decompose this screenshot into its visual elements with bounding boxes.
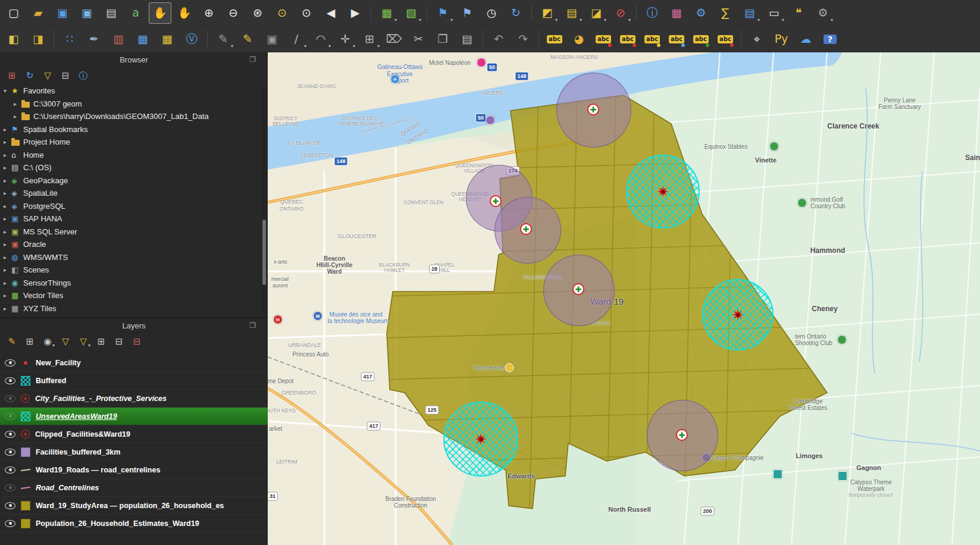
float-layers-panel-button[interactable]: ❐: [246, 321, 259, 330]
add-group[interactable]: ⊞: [21, 334, 38, 349]
expand-arrow-icon[interactable]: ▸: [4, 177, 11, 184]
new-vector-layer[interactable]: ∷: [58, 29, 81, 50]
browser-item-wms-wmts[interactable]: ▸◍WMS/WMTS: [0, 251, 268, 264]
options[interactable]: ⚙▾: [812, 2, 834, 24]
browser-item-c-os[interactable]: ▸▤C:\ (OS): [0, 161, 268, 174]
layer-item-unservedareasward19[interactable]: UnservedAreasWard19: [0, 408, 268, 425]
save-layer-edits[interactable]: ▣: [261, 29, 283, 50]
visibility-eye-icon[interactable]: [5, 431, 15, 438]
browser-scrollbar[interactable]: [262, 88, 267, 315]
undo[interactable]: ↶: [487, 29, 510, 50]
zoom-full-extent[interactable]: ⊛: [246, 2, 269, 24]
refresh-map[interactable]: ↻: [505, 2, 527, 24]
zoom-out[interactable]: ⊖: [222, 2, 245, 24]
browser-item-project-home[interactable]: ▸Project Home: [0, 136, 268, 149]
redo[interactable]: ↷: [512, 29, 534, 50]
select-features[interactable]: ◩▾: [536, 2, 559, 24]
show-hide-labels[interactable]: abc: [641, 29, 663, 50]
layer-item-city-facilities-protective-services[interactable]: +City_Facilities_-_Protective_Services: [0, 390, 268, 408]
select-features-by-value[interactable]: ▤▾: [561, 2, 583, 24]
zoom-to-layer[interactable]: ⊙: [295, 2, 318, 24]
show-spatial-bookmarks[interactable]: ⚑: [456, 2, 478, 24]
processing-toolbox[interactable]: ⚙: [690, 2, 712, 24]
layer-item-road-centrelines[interactable]: Road_Centrelines: [0, 479, 268, 497]
layer-item-clipped-facilities-ward19[interactable]: +Clipped_Facilities&Ward19: [0, 425, 268, 443]
layer-item-buffered[interactable]: Buffered: [0, 372, 268, 390]
visibility-eye-icon[interactable]: [5, 449, 15, 456]
browser-item-spatial-bookmarks[interactable]: ▸⚑Spatial Bookmarks: [0, 123, 268, 136]
expand-arrow-icon[interactable]: ▸: [4, 267, 11, 273]
browser-item-home[interactable]: ▸⌂Home: [0, 149, 268, 162]
layer-item-ward-19-studyarea-population-26-household-es[interactable]: Ward_19_StudyArea — population_26_househ…: [0, 497, 268, 515]
refresh-browser[interactable]: ↻: [21, 68, 38, 83]
new-geopackage-layer[interactable]: ◧: [2, 29, 25, 50]
expand-arrow-icon[interactable]: ▸: [4, 190, 11, 196]
zoom-to-selection[interactable]: ⊙: [271, 2, 293, 24]
statistics-panel[interactable]: ∑: [714, 2, 737, 24]
save-project-as[interactable]: ▣: [76, 2, 98, 24]
modify-attributes[interactable]: ⊞▾: [358, 29, 381, 50]
visibility-eye-icon[interactable]: [5, 466, 15, 474]
deselect-features[interactable]: ⊘▾: [609, 2, 632, 24]
browser-item-vector-tiles[interactable]: ▸▦Vector Tiles: [0, 289, 268, 302]
zoom-in[interactable]: ⊕: [198, 2, 220, 24]
browser-item-postgresql[interactable]: ▸◈PostgreSQL: [0, 200, 268, 213]
expand-arrow-icon[interactable]: ▸: [4, 241, 11, 248]
new-temporary-scratch-layer[interactable]: ✒: [83, 29, 105, 50]
expand-arrow-icon[interactable]: ▸: [4, 280, 11, 286]
visibility-eye-icon[interactable]: [5, 359, 15, 367]
browser-item-xyz-tiles[interactable]: ▸▦XYZ Tiles: [0, 302, 268, 315]
browser-item-spatialite[interactable]: ▸◈SpatiaLite: [0, 187, 268, 200]
current-edits[interactable]: ✎▾: [212, 29, 234, 50]
add-selected-layers[interactable]: ⊞: [4, 68, 20, 83]
expand-arrow-icon[interactable]: ▸: [4, 228, 11, 235]
measure[interactable]: ▭▾: [763, 2, 785, 24]
pan-map[interactable]: ✋: [149, 2, 171, 24]
visibility-eye-icon[interactable]: [5, 502, 15, 509]
filter-legend[interactable]: ▽: [57, 334, 74, 349]
collapse-all[interactable]: ⊟: [57, 68, 74, 83]
layer-item-population-26-household-estimates-ward19[interactable]: Population_26_Household_Estimates_Ward19: [0, 515, 268, 533]
filter-legend-by-expression[interactable]: ▽▾: [75, 334, 92, 349]
browser-item-sensorthings[interactable]: ▸◉SensorThings: [0, 277, 268, 290]
visibility-eye-icon[interactable]: [5, 377, 15, 384]
expand-arrow-icon[interactable]: ▸: [4, 164, 11, 171]
new-3d-map-view[interactable]: ▧▾: [400, 2, 422, 24]
move-label[interactable]: abc: [665, 29, 688, 50]
expand-all-layers[interactable]: ⊞: [93, 334, 109, 349]
expand-arrow-icon[interactable]: ▸: [14, 113, 21, 120]
new-print-layout[interactable]: ▤: [100, 2, 123, 24]
browser-item-favorites[interactable]: ▾★Favorites: [0, 84, 268, 98]
map-tips[interactable]: ❝: [787, 2, 810, 24]
digitize-with-curve[interactable]: ◠▾: [309, 29, 332, 50]
open-layer-styling-panel[interactable]: ✎: [4, 334, 20, 349]
visibility-eye-icon[interactable]: [5, 520, 15, 527]
new-mesh-layer[interactable]: ▦: [131, 29, 154, 50]
zoom-last[interactable]: ◀: [320, 2, 342, 24]
new-project[interactable]: ▢: [2, 2, 25, 24]
browser-item-sap-hana[interactable]: ▸▣SAP HANA: [0, 212, 268, 225]
expand-arrow-icon[interactable]: ▾: [4, 87, 11, 94]
browser-item-scenes[interactable]: ▸◧Scenes: [0, 264, 268, 277]
expand-arrow-icon[interactable]: ▸: [4, 292, 11, 299]
highlight-pinned-labels[interactable]: abc: [616, 29, 639, 50]
visibility-eye-off-icon[interactable]: [5, 484, 15, 491]
osm-place-search[interactable]: ⌖: [746, 29, 768, 50]
python-console[interactable]: Py: [770, 29, 793, 50]
browser-item-geopackage[interactable]: ▸◈GeoPackage: [0, 174, 268, 187]
save-project[interactable]: ▣: [51, 2, 74, 24]
help[interactable]: ?: [819, 29, 841, 50]
expand-arrow-icon[interactable]: ▸: [4, 215, 11, 222]
enable-properties-widget[interactable]: ⓘ: [75, 68, 92, 83]
vertex-tool[interactable]: ✛▾: [334, 29, 356, 50]
cloud-sync[interactable]: ☁: [794, 29, 817, 50]
new-shapefile-layer[interactable]: ◨: [27, 29, 49, 50]
temporal-controller[interactable]: ◷: [480, 2, 503, 24]
rotate-label[interactable]: abc: [690, 29, 712, 50]
layer-diagram-options[interactable]: ◕: [568, 29, 590, 50]
float-browser-panel-button[interactable]: ❐: [246, 55, 259, 64]
new-annotation-layer[interactable]: Ⓥ: [180, 29, 203, 50]
collapse-all-layers[interactable]: ⊟: [111, 334, 127, 349]
paste-features[interactable]: ▤: [456, 29, 478, 50]
expand-arrow-icon[interactable]: ▸: [14, 101, 21, 107]
